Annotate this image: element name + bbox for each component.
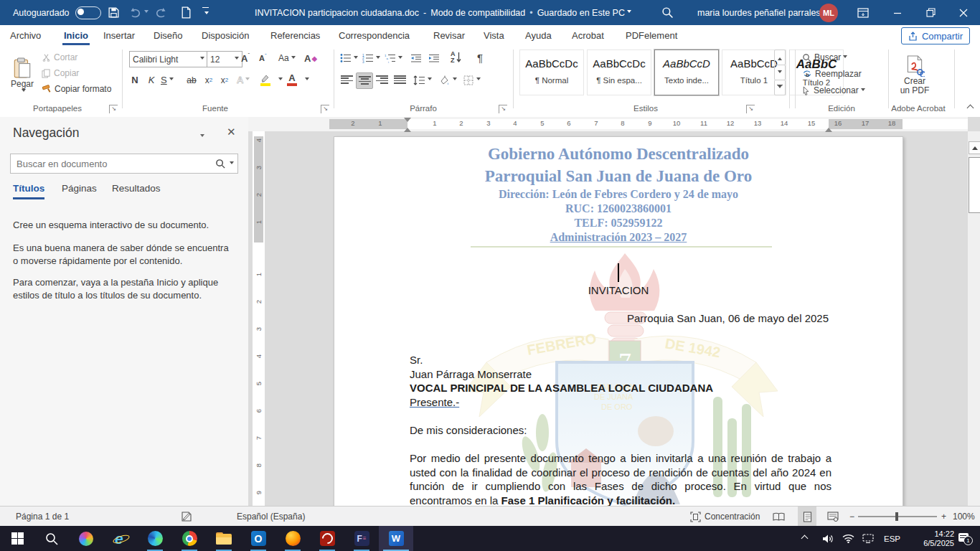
bullets-button[interactable] [340, 51, 358, 65]
ribbon-display-options-button[interactable] [847, 0, 880, 25]
notification-center-button[interactable]: 1 [958, 526, 973, 551]
clipboard-dialog-launcher[interactable]: ↘ [109, 105, 118, 113]
sort-button[interactable]: AZ [451, 50, 462, 65]
body-paragraph[interactable]: Por medio del presente documento tengo a… [410, 451, 831, 506]
numbering-button[interactable]: 123 [362, 51, 380, 65]
show-marks-button[interactable]: ¶ [472, 50, 488, 65]
tab-disposicion[interactable]: Disposición [199, 25, 252, 45]
bold-button[interactable]: N [128, 72, 142, 88]
tab-archivo[interactable]: Archivo [7, 25, 44, 45]
format-painter-button[interactable]: Copiar formato [42, 83, 111, 95]
zoom-out-button[interactable]: − [849, 507, 854, 527]
tray-show-hidden-button[interactable] [802, 526, 807, 551]
navigation-close-button[interactable]: ✕ [227, 126, 236, 138]
tab-diseno[interactable]: Diseño [151, 25, 185, 45]
taskbar-outlook-button[interactable]: O [241, 526, 275, 551]
italic-button[interactable]: K [144, 72, 159, 88]
tab-ayuda[interactable]: Ayuda [522, 25, 555, 45]
language-status[interactable]: Español (España) [237, 507, 305, 527]
style-normal[interactable]: AaBbCcDc ¶ Normal [519, 50, 584, 95]
zoom-slider[interactable] [858, 507, 937, 527]
taskbar-search-button[interactable] [34, 526, 69, 551]
account-avatar[interactable]: ML [819, 0, 838, 25]
tray-volume-button[interactable] [822, 526, 834, 551]
redo-button[interactable] [154, 0, 167, 25]
styles-scroll-up[interactable] [774, 50, 786, 65]
nav-tab-resultados[interactable]: Resultados [112, 183, 161, 194]
clear-format-button[interactable]: A◆ [304, 51, 317, 65]
taskbar-explorer-button[interactable] [207, 526, 241, 551]
print-layout-button[interactable] [798, 507, 816, 527]
change-case-button[interactable]: Aa [278, 51, 296, 65]
greeting-line[interactable]: De mis consideraciones: [410, 423, 527, 438]
document-title-group[interactable]: INVITACION participacion ciudadana.doc -… [255, 0, 631, 25]
find-button[interactable]: Buscar [802, 51, 847, 64]
align-right-button[interactable] [374, 72, 390, 88]
restore-button[interactable] [914, 0, 947, 25]
create-pdf-button[interactable]: Crearun PDF [894, 50, 936, 101]
multilevel-list-button[interactable]: 1ai [385, 51, 402, 65]
quick-new-doc-button[interactable] [181, 0, 192, 25]
zoom-level[interactable]: 100% [953, 507, 975, 527]
align-left-button[interactable] [339, 72, 354, 88]
zoom-in-button[interactable]: + [941, 507, 946, 527]
font-size-select[interactable]: 12 [207, 51, 242, 67]
save-button[interactable] [108, 0, 120, 25]
autosave-toggle[interactable] [75, 6, 101, 19]
search-icon[interactable] [215, 159, 226, 169]
decrease-indent-button[interactable] [410, 51, 422, 65]
taskbar-copilot-button[interactable] [69, 526, 103, 551]
borders-button[interactable] [463, 72, 481, 88]
qat-customize-button[interactable] [202, 0, 209, 25]
autosave-toggle-group[interactable]: Autoguardado [13, 0, 101, 25]
account-name[interactable]: maria lourdes peñafiel parrales [697, 0, 821, 25]
taskbar-acrobat-button[interactable] [310, 526, 344, 551]
vertical-ruler[interactable]: 4 3 2 1 1 2 3 4 5 6 7 8 9 [253, 131, 265, 506]
highlight-button[interactable] [260, 71, 270, 88]
tab-vista[interactable]: Vista [481, 25, 507, 45]
paragraph-dialog-launcher[interactable]: ↘ [499, 105, 507, 113]
increase-indent-button[interactable] [428, 51, 440, 65]
tray-network-button[interactable] [842, 526, 854, 551]
navigation-collapse-button[interactable] [198, 130, 204, 143]
date-line[interactable]: Parroquia San Juan, 06 de mayo del 2025 [410, 311, 829, 326]
grow-font-button[interactable]: Aˆ [241, 51, 250, 65]
horizontal-ruler[interactable]: 2 1 1 2 3 4 5 6 7 8 9 10 11 12 13 14 15 … [248, 117, 968, 131]
tab-acrobat[interactable]: Acrobat [569, 25, 607, 45]
tab-inicio[interactable]: Inicio [61, 25, 91, 45]
line-spacing-button[interactable] [413, 72, 432, 88]
styles-scroll-down[interactable] [774, 65, 786, 80]
taskbar-chrome-button[interactable] [172, 526, 207, 551]
nav-tab-titulos[interactable]: Títulos [13, 183, 44, 194]
tray-clock[interactable]: 14:22 6/5/2025 [910, 526, 954, 551]
nav-tab-paginas[interactable]: Páginas [62, 183, 97, 194]
chevron-down-icon[interactable] [230, 161, 234, 166]
styles-gallery-more[interactable] [774, 80, 786, 95]
taskbar-firefox-button[interactable] [275, 526, 310, 551]
text-effects-button[interactable]: A [237, 72, 250, 88]
navigation-search-box[interactable] [10, 154, 238, 174]
underline-button[interactable]: S [161, 72, 174, 88]
tray-language-button[interactable]: ESP [884, 526, 900, 551]
tab-correspondencia[interactable]: Correspondencia [336, 25, 413, 45]
taskbar-ie-button[interactable]: e [103, 526, 138, 551]
replace-button[interactable]: b Reemplazar [802, 67, 862, 80]
read-mode-button[interactable] [769, 507, 788, 527]
start-button[interactable] [0, 526, 34, 551]
hanging-indent-marker[interactable] [404, 124, 411, 132]
tab-referencias[interactable]: Referencias [268, 25, 323, 45]
taskbar-edge-button[interactable] [138, 526, 172, 551]
style-sin-espaciado[interactable]: AaBbCcDc ¶ Sin espa... [587, 50, 651, 95]
paste-button[interactable]: Pegar [6, 50, 39, 101]
undo-dropdown[interactable] [144, 10, 149, 15]
tab-revisar[interactable]: Revisar [430, 25, 468, 45]
shrink-font-button[interactable]: Aˇ [259, 51, 267, 65]
strikethrough-button[interactable]: ab [184, 72, 199, 88]
recipient-block[interactable]: Sr. Juan Párraga Monserrate VOCAL PRINCI… [410, 353, 713, 409]
share-button[interactable]: Compartir [901, 27, 970, 44]
select-button[interactable]: Seleccionar [802, 84, 865, 97]
minimize-button[interactable] [881, 0, 914, 25]
align-center-button[interactable] [356, 72, 373, 89]
font-color-button[interactable]: A [287, 71, 297, 88]
titlebar-search-button[interactable] [661, 0, 674, 25]
